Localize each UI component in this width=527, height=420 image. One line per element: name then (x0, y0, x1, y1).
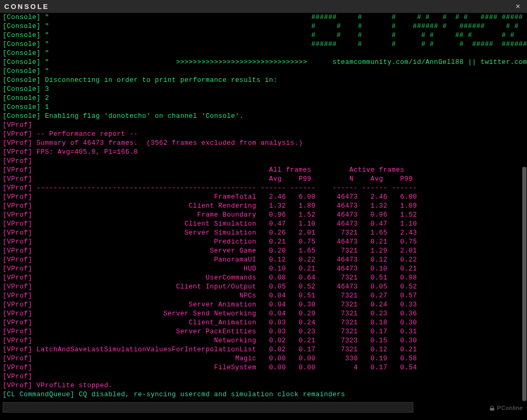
watermark-text: PConline (497, 404, 523, 413)
vprof-row: [VProf] LatchAndSaveLastSimulationValues… (3, 346, 527, 354)
vprof-header-line: [VProf] Avg P99 N Avg P99 (3, 175, 527, 184)
vprof-row: [VProf] Frame Boundary 0.96 1.52 46473 0… (3, 211, 527, 220)
vprof-row: [VProf] UserCommands 0.08 0.64 7321 0.51… (3, 274, 527, 283)
vprof-row: [VProf] Client Rendering 1.32 1.89 46473… (3, 202, 527, 211)
vprof-row: [VProf] Prediction 0.21 0.75 46473 0.21 … (3, 238, 527, 247)
scrollbar-thumb[interactable] (522, 167, 526, 401)
vprof-row: [VProf] Client Simulation 0.47 1.10 4647… (3, 220, 527, 229)
vprof-row: [VProf] FileSystem 0.00 0.00 4 0.17 0.54 (3, 363, 527, 372)
console-line: [Console] " (3, 49, 527, 58)
window-title: CONSOLE (4, 2, 49, 11)
watermark: PConline (489, 404, 523, 413)
vprof-row: [VProf] Networking 0.02 0.21 7323 0.15 0… (3, 337, 527, 346)
console-output[interactable]: [Console] " ###### # # # # # # # #### ##… (3, 13, 527, 401)
vprof-row: [VProf] Server Send Networking 0.04 0.29… (3, 310, 527, 319)
vprof-header-line: [VProf] All frames Active frames (3, 166, 527, 175)
console-line: [Console] Disconnecting in order to prin… (3, 76, 527, 85)
vprof-row: [VProf] Client Input/Output 0.05 0.52 46… (3, 283, 527, 292)
vprof-header-line: [VProf] -- Performance report -- (3, 130, 527, 139)
console-line: [Console] 3 (3, 85, 527, 94)
console-line: [Console] " ###### # # # # # # # #### ##… (3, 13, 527, 22)
vprof-header-line: [VProf] (3, 157, 527, 166)
scrollbar-track[interactable] (522, 167, 526, 401)
vprof-header-line: [VProf] FPS: Avg=405.9, P1=166.8 (3, 148, 527, 157)
console-line: [Console] 1 (3, 103, 527, 112)
vprof-footer-line: [VProf] (3, 372, 527, 381)
vprof-row: [VProf] HUD 0.10 0.21 46473 0.10 0.21 (3, 265, 527, 274)
vprof-row: [VProf] PanoramaUI 0.12 0.22 46473 0.12 … (3, 256, 527, 265)
command-queue-line: [CL CommandQueue] CQ disabled, re-syncin… (3, 390, 527, 399)
vprof-footer-line: [VProf] VProfLite stopped. (3, 381, 527, 390)
vprof-row: [VProf] Client_Animation 0.03 0.24 7321 … (3, 319, 527, 328)
watermark-icon (489, 405, 495, 412)
titlebar[interactable]: CONSOLE ✕ (0, 0, 527, 13)
vprof-header-line: [VProf] (3, 121, 527, 130)
console-line: [Console] " (3, 67, 527, 76)
vprof-row: [VProf] FrameTotal 2.46 6.00 46473 2.46 … (3, 193, 527, 202)
console-line: [Console] " # # # # ###### # ###### # # … (3, 22, 527, 31)
vprof-row: [VProf] Magic 0.00 0.00 330 0.19 0.58 (3, 354, 527, 363)
vprof-row: [VProf] NPCs 0.04 0.51 7321 0.27 0.57 (3, 292, 527, 301)
console-line: [Console] " ###### # # # # # ##### #####… (3, 40, 527, 49)
close-icon[interactable]: ✕ (513, 2, 523, 11)
console-line: [Console] " >>>>>>>>>>>>>>>>>>>>>>>>>>>>… (3, 58, 527, 67)
vprof-row: [VProf] Server Simulation 0.26 2.01 7321… (3, 229, 527, 238)
vprof-header-line: [VProf] --------------------------------… (3, 184, 527, 193)
console-line: [Console] " # # # # # # ## # # # # (3, 31, 527, 40)
vprof-row: [VProf] Server Game 0.20 1.65 7321 1.29 … (3, 247, 527, 256)
console-line: [Console] Enabling flag 'donotecho' on c… (3, 112, 527, 121)
command-input[interactable] (3, 402, 413, 413)
console-line: [Console] 2 (3, 94, 527, 103)
vprof-header-line: [VProf] Summary of 46473 frames. (3562 f… (3, 139, 527, 148)
vprof-row: [VProf] Server Animation 0.04 0.30 7321 … (3, 301, 527, 310)
vprof-row: [VProf] Server PackEntities 0.03 0.23 73… (3, 328, 527, 337)
